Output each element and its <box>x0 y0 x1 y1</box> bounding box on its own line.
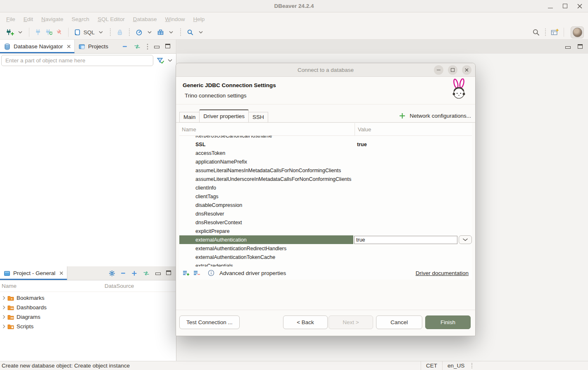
tab-driver-properties[interactable]: Driver properties <box>199 109 249 122</box>
property-row[interactable]: accessToken <box>179 149 472 157</box>
test-connection-button[interactable]: Test Connection ... <box>179 315 240 329</box>
connect-button[interactable] <box>33 26 43 38</box>
tasks-dropdown[interactable] <box>166 26 176 38</box>
dialog-maximize-button[interactable] <box>448 65 457 75</box>
add-property-icon[interactable] <box>183 270 190 276</box>
property-row[interactable]: externalAuthenticationRedirectHandlers <box>179 244 472 253</box>
tree-chevron-icon[interactable] <box>2 305 5 310</box>
dashboard-button[interactable] <box>134 26 144 38</box>
property-row[interactable]: assumeLiteralUnderscoreInMetadataCallsFo… <box>179 175 472 183</box>
tree-chevron-icon[interactable] <box>2 315 5 319</box>
minimize-panel-icon[interactable] <box>565 44 571 50</box>
menu-sql-editor[interactable]: SQL Editor <box>93 16 129 22</box>
menu-database[interactable]: Database <box>129 16 161 22</box>
close-icon[interactable] <box>67 45 71 48</box>
property-row[interactable]: KerberosUseCanonicalHostname <box>179 136 472 140</box>
global-search-button[interactable] <box>531 26 541 38</box>
filter-dropdown-icon[interactable] <box>168 59 172 62</box>
window-minimize-button[interactable] <box>548 3 553 9</box>
tree-item-bookmarks[interactable]: Bookmarks <box>0 293 176 303</box>
menu-help[interactable]: Help <box>189 16 209 22</box>
property-row[interactable]: extraCredentials <box>179 261 472 266</box>
maximize-panel-icon[interactable] <box>578 44 583 50</box>
filter-funnel-icon[interactable] <box>157 57 164 64</box>
link-editor-icon[interactable] <box>133 44 141 49</box>
property-name: assumeLiteralNamesInMetadataCallsForNonC… <box>179 166 355 175</box>
back-button[interactable]: < Back <box>283 315 328 329</box>
tab-main[interactable]: Main <box>179 112 200 122</box>
property-row[interactable]: clientTags <box>179 192 472 201</box>
tree-chevron-icon[interactable] <box>2 324 5 329</box>
maximize-panel-icon[interactable] <box>166 270 171 276</box>
property-row[interactable]: dnsResolverContext <box>179 218 472 227</box>
new-connection-button[interactable] <box>5 26 14 38</box>
cancel-button[interactable]: Cancel <box>376 315 422 329</box>
window-maximize-button[interactable] <box>563 3 567 9</box>
dialog-header: Generic JDBC Connection Settings Trino c… <box>176 77 475 104</box>
dialog-minimize-button[interactable] <box>434 65 443 75</box>
property-row[interactable]: explicitPrepare <box>179 227 472 235</box>
close-icon[interactable] <box>60 271 63 275</box>
property-row[interactable]: applicationNamePrefix <box>179 157 472 166</box>
column-header-name[interactable]: Name <box>179 126 355 133</box>
value-dropdown-button[interactable] <box>459 235 472 244</box>
collapse-all-icon[interactable] <box>122 44 128 49</box>
tree-chevron-icon[interactable] <box>2 296 5 300</box>
tab-project-general[interactable]: Project - General <box>0 266 67 280</box>
dashboard-dropdown[interactable] <box>145 26 155 38</box>
menu-edit[interactable]: Edit <box>19 16 37 22</box>
minimize-panel-icon[interactable] <box>155 270 161 276</box>
menu-file[interactable]: File <box>2 16 19 22</box>
plus-icon[interactable] <box>131 270 137 276</box>
sql-dropdown[interactable] <box>96 26 106 38</box>
gear-icon[interactable] <box>109 270 115 277</box>
tasks-button[interactable] <box>155 26 165 38</box>
tab-ssh[interactable]: SSH <box>248 112 268 122</box>
property-value-input[interactable] <box>354 236 457 244</box>
sql-label[interactable]: SQL <box>83 29 95 36</box>
tab-projects[interactable]: Projects <box>75 40 112 53</box>
user-profile-button[interactable] <box>571 26 584 38</box>
object-search-button[interactable] <box>185 26 195 38</box>
timezone-indicator[interactable]: CET <box>421 361 442 370</box>
property-row[interactable]: clientInfo <box>179 183 472 192</box>
new-connection-dropdown[interactable] <box>15 26 25 38</box>
commit-mode-button[interactable] <box>115 26 125 38</box>
property-row[interactable]: externalAuthenticationTokenCache <box>179 253 472 261</box>
maximize-panel-icon[interactable] <box>165 43 170 50</box>
property-row[interactable]: dnsResolver <box>179 209 472 218</box>
window-close-button[interactable] <box>577 4 582 9</box>
object-search-dropdown[interactable] <box>196 26 206 38</box>
property-row[interactable]: SSLtrue <box>179 140 472 149</box>
locale-indicator[interactable]: en_US <box>442 361 469 370</box>
property-name: SSL <box>179 140 355 149</box>
tree-item-dashboards[interactable]: Dashboards <box>0 303 176 312</box>
menu-window[interactable]: Window <box>161 16 189 22</box>
driver-documentation-link[interactable]: Driver documentation <box>416 270 469 276</box>
column-header-datasource[interactable]: DataSource <box>105 283 134 289</box>
tree-item-scripts[interactable]: Scripts <box>0 322 176 331</box>
property-row[interactable]: disableCompression <box>179 201 472 209</box>
network-configurations-button[interactable]: Network configurations... <box>399 113 471 119</box>
column-header-name[interactable]: Name <box>0 283 105 289</box>
dialog-titlebar[interactable]: Connect to a database <box>176 63 475 77</box>
link-editor-icon[interactable] <box>143 271 150 276</box>
dialog-close-button[interactable] <box>462 65 471 75</box>
tab-database-navigator[interactable]: Database Navigator <box>0 40 75 53</box>
object-filter-input[interactable] <box>1 55 153 66</box>
sql-editor-button[interactable] <box>72 26 82 38</box>
disconnect-button[interactable] <box>55 26 64 38</box>
finish-button[interactable]: Finish <box>425 315 471 329</box>
minimize-panel-icon[interactable] <box>154 43 159 50</box>
menu-navigate[interactable]: Navigate <box>37 16 67 22</box>
property-row[interactable]: assumeLiteralNamesInMetadataCallsForNonC… <box>179 166 472 175</box>
property-row[interactable]: externalAuthentication <box>179 235 472 244</box>
minus-icon[interactable] <box>121 270 126 276</box>
open-perspective-button[interactable] <box>550 26 560 38</box>
menu-search[interactable]: Search <box>67 16 93 22</box>
view-menu-icon[interactable] <box>147 43 148 50</box>
column-header-value[interactable]: Value <box>355 123 472 135</box>
remove-property-icon[interactable] <box>193 270 200 276</box>
tree-item-diagrams[interactable]: Diagrams <box>0 312 176 322</box>
reconnect-button[interactable] <box>44 26 54 38</box>
